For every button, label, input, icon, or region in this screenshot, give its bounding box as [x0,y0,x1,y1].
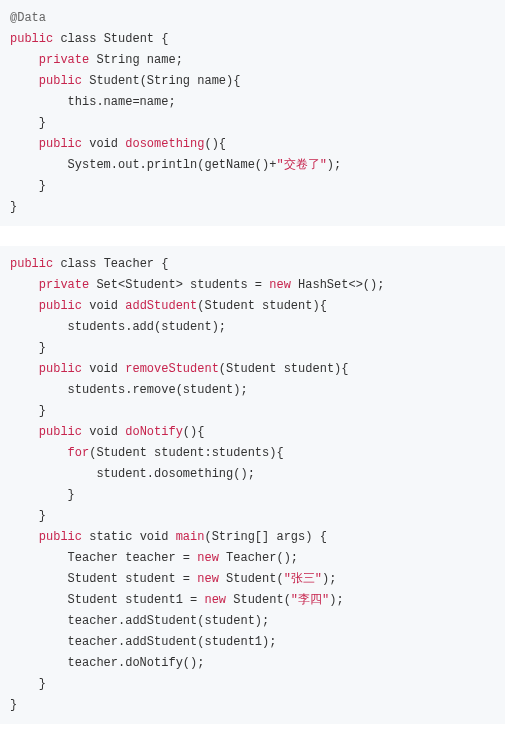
code-text: Student( [226,593,291,607]
keyword-public: public [10,425,82,439]
keyword-public: public [10,74,82,88]
code-text: HashSet<>(); [291,278,385,292]
keyword-new: new [197,572,219,586]
code-text: ); [327,158,341,172]
code-text: student.dosomething(); [10,467,255,481]
method-name: dosomething [125,137,204,151]
code-text: (Student student:students){ [89,446,283,460]
code-text: } [10,179,46,193]
code-text: } [10,341,46,355]
string-literal: "交卷了" [276,158,326,172]
code-text: Teacher(); [219,551,298,565]
keyword-new: new [197,551,219,565]
code-text: (){ [204,137,226,151]
code-text: this.name=name; [10,95,176,109]
method-name: main [176,530,205,544]
code-text: } [10,404,46,418]
method-name: doNotify [125,425,183,439]
keyword-public: public [10,137,82,151]
code-text: void [82,299,125,313]
code-text: void [82,137,125,151]
code-text: teacher.addStudent(student); [10,614,269,628]
code-text: ); [322,572,336,586]
code-block-teacher: public class Teacher { private Set<Stude… [0,246,505,724]
method-name: addStudent [125,299,197,313]
block-gap [0,226,505,246]
code-text: String name; [89,53,183,67]
code-text: Student student1 = [10,593,204,607]
code-text: (Student student){ [197,299,327,313]
code-text: students.remove(student); [10,383,248,397]
code-text: void [82,362,125,376]
keyword-public: public [10,299,82,313]
code-text: Student student = [10,572,197,586]
keyword-public: public [10,257,53,271]
method-name: removeStudent [125,362,219,376]
code-text: } [10,698,17,712]
code-block-student: @Data public class Student { private Str… [0,0,505,226]
string-literal: "李四" [291,593,329,607]
code-text: Set<Student> students = [89,278,269,292]
code-text: (){ [183,425,205,439]
code-text: } [10,488,75,502]
code-text: } [10,509,46,523]
annotation: @Data [10,11,46,25]
code-text: ); [329,593,343,607]
code-text: } [10,116,46,130]
code-text: } [10,200,17,214]
code-text: Teacher teacher = [10,551,197,565]
code-text: students.add(student); [10,320,226,334]
code-text: class Teacher { [53,257,168,271]
code-text: void [82,425,125,439]
keyword-for: for [10,446,89,460]
code-text: class Student { [53,32,168,46]
keyword-public: public [10,362,82,376]
code-text: System.out.println(getName()+ [10,158,276,172]
code-text: static void [82,530,176,544]
keyword-new: new [204,593,226,607]
code-text: teacher.addStudent(student1); [10,635,276,649]
keyword-private: private [10,53,89,67]
code-text: } [10,677,46,691]
code-text: Student(String name){ [82,74,240,88]
keyword-new: new [269,278,291,292]
string-literal: "张三" [284,572,322,586]
keyword-public: public [10,32,53,46]
keyword-public: public [10,530,82,544]
code-text: teacher.doNotify(); [10,656,204,670]
code-text: Student( [219,572,284,586]
code-text: (String[] args) { [204,530,326,544]
keyword-private: private [10,278,89,292]
code-text: (Student student){ [219,362,349,376]
